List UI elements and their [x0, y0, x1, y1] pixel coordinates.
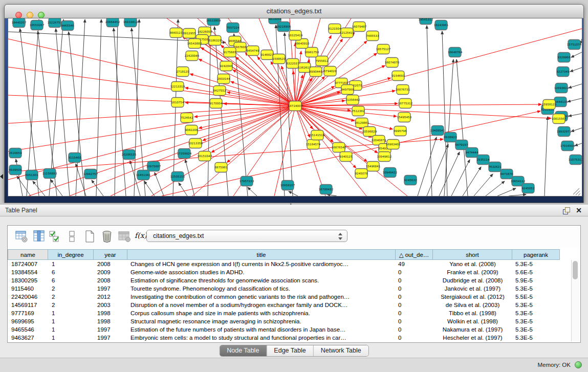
network-node[interactable]: 15495453 [397, 113, 412, 122]
table-row[interactable]: 946554611997Estimation of the future num… [8, 325, 560, 334]
network-node[interactable]: 17957233 [239, 177, 254, 186]
network-node[interactable]: 16033812 [123, 18, 138, 27]
table-row[interactable]: 1830029562008Estimation of significance … [8, 276, 560, 285]
network-node[interactable]: 18440207 [12, 18, 27, 28]
network-node[interactable]: 9175685 [224, 48, 236, 57]
network-node[interactable]: 9242848 [220, 61, 233, 71]
network-node[interactable]: 16074870 [385, 58, 400, 68]
network-node[interactable]: 10949422 [383, 168, 397, 178]
table-row[interactable]: 977716911998Corpus callosum shape and si… [8, 309, 560, 317]
tab-edge-table[interactable]: Edge Table [267, 345, 313, 356]
network-node[interactable]: 16876540 [332, 143, 346, 152]
column-visibility-icon[interactable] [32, 229, 46, 244]
network-node[interactable]: 9497568 [341, 85, 354, 95]
network-node[interactable]: 22420046 [185, 51, 200, 61]
network-node[interactable]: 2620659 [9, 148, 22, 158]
network-node[interactable]: 19932971 [557, 127, 572, 137]
column-header-title[interactable]: title [127, 249, 396, 260]
network-node[interactable]: 16543882 [187, 39, 202, 49]
network-node[interactable]: 16876731 [396, 85, 410, 95]
network-node[interactable]: 11075312 [569, 155, 582, 165]
network-node[interactable]: 9082208 [185, 125, 198, 135]
network-node[interactable]: 7857224 [227, 23, 239, 33]
network-node[interactable]: 19218906 [276, 22, 291, 32]
network-node[interactable]: 2935114 [477, 155, 490, 165]
column-header-out_de[interactable]: △ out_de… [396, 249, 433, 260]
network-node[interactable]: 12093822 [554, 83, 569, 93]
network-node[interactable]: 7512382 [352, 106, 365, 116]
network-node[interactable]: 16033809 [206, 18, 221, 26]
network-node[interactable]: 17359924 [177, 149, 192, 159]
network-node[interactable]: 12125419 [340, 28, 355, 38]
network-node[interactable]: 20864452 [105, 18, 120, 27]
network-node[interactable]: 8912955 [183, 29, 196, 38]
network-node[interactable]: 10815567 [552, 114, 567, 124]
network-node[interactable]: 8938923 [444, 133, 457, 142]
network-node[interactable]: 15751074 [567, 40, 582, 50]
network-node[interactable]: 1588520 [273, 54, 286, 64]
network-node[interactable]: 11451341 [136, 170, 151, 180]
network-node[interactable]: 9146821 [261, 50, 274, 60]
network-window-titlebar[interactable]: citations_edges.txt [5, 5, 583, 18]
float-panel-icon[interactable] [563, 207, 570, 214]
network-node[interactable]: 18575127 [376, 45, 391, 54]
close-panel-icon[interactable]: ✕ [576, 206, 582, 214]
network-node[interactable]: 9474444 [466, 148, 478, 158]
new-table-icon[interactable] [82, 229, 97, 244]
network-node[interactable]: 9115460 [69, 153, 81, 163]
network-node[interactable]: 18724007 [288, 101, 303, 111]
network-node[interactable]: 9245078 [355, 169, 368, 179]
tab-node-table[interactable]: Node Table [220, 345, 267, 356]
column-header-short[interactable]: short [433, 249, 512, 260]
network-node[interactable]: 6794028 [324, 67, 337, 76]
network-node[interactable]: 1810754 [171, 98, 184, 107]
network-node[interactable]: 10213356 [188, 139, 203, 148]
network-node[interactable]: 18775312 [398, 99, 412, 108]
network-node[interactable]: 13409541 [430, 126, 445, 136]
network-node[interactable]: 8875981 [215, 163, 228, 172]
table-settings-icon[interactable] [14, 229, 29, 244]
network-node[interactable]: 5051301 [26, 170, 38, 180]
network-node[interactable]: 8427552 [213, 86, 226, 96]
select-all-icon[interactable] [48, 229, 62, 244]
table-row[interactable]: 946362711997Embryonic stem cells: a mode… [8, 334, 560, 342]
network-node[interactable]: 8990448 [310, 67, 322, 77]
network-node[interactable]: 18243981 [434, 20, 449, 30]
network-node[interactable]: 8995796 [394, 126, 407, 136]
tab-network-table[interactable]: Network Table [314, 345, 368, 356]
network-node[interactable]: 10553287 [30, 20, 45, 30]
network-node[interactable]: 9465546 [61, 21, 74, 31]
network-node[interactable]: 12942757 [83, 169, 98, 179]
network-node[interactable]: 21356442 [345, 95, 360, 105]
network-node[interactable]: 20206535 [122, 150, 137, 160]
network-node[interactable]: 10598829 [362, 127, 377, 137]
network-canvas[interactable]: 1844020710553287152267539465546208644521… [8, 18, 582, 196]
network-node[interactable]: 8322037 [287, 59, 299, 69]
network-node[interactable]: 9245052 [522, 184, 535, 193]
collapse-arrow-icon[interactable] [0, 174, 3, 179]
network-node[interactable]: 7485533 [366, 31, 379, 41]
delete-table-trash-icon[interactable] [100, 229, 114, 244]
network-node[interactable]: 15141519 [310, 130, 325, 140]
table-row[interactable]: 1872400712008Changes of HCN gene express… [8, 260, 560, 268]
vertical-scrollbar[interactable] [571, 260, 579, 341]
network-node[interactable]: 10949612 [377, 152, 391, 162]
network-node[interactable]: 9245632 [404, 176, 417, 185]
network-node[interactable]: 16983402 [386, 140, 400, 149]
network-node[interactable]: 19565312 [419, 18, 433, 25]
table-row[interactable]: 1456911722003Disruption of a novel membe… [8, 301, 560, 309]
network-node[interactable]: 7524542 [181, 113, 193, 123]
network-node[interactable]: 16788432 [319, 185, 333, 194]
network-node[interactable]: 10958107 [280, 181, 295, 190]
function-builder-icon[interactable]: f(x) [135, 231, 147, 239]
network-node[interactable]: 15958123 [542, 100, 557, 110]
network-node[interactable]: 8471676 [500, 169, 513, 179]
column-header-pagerank[interactable]: pagerank [512, 249, 560, 260]
column-header-in_degree[interactable]: in_degree [48, 249, 94, 260]
network-node[interactable]: 15226753 [48, 18, 62, 28]
network-node[interactable]: 16648784 [448, 48, 463, 57]
network-node[interactable]: 10975887 [146, 162, 161, 171]
network-node[interactable]: 8454749 [247, 46, 259, 56]
network-node[interactable]: 9170004 [210, 99, 223, 108]
table-row[interactable]: 2242004622012Investigating the contribut… [8, 293, 560, 301]
